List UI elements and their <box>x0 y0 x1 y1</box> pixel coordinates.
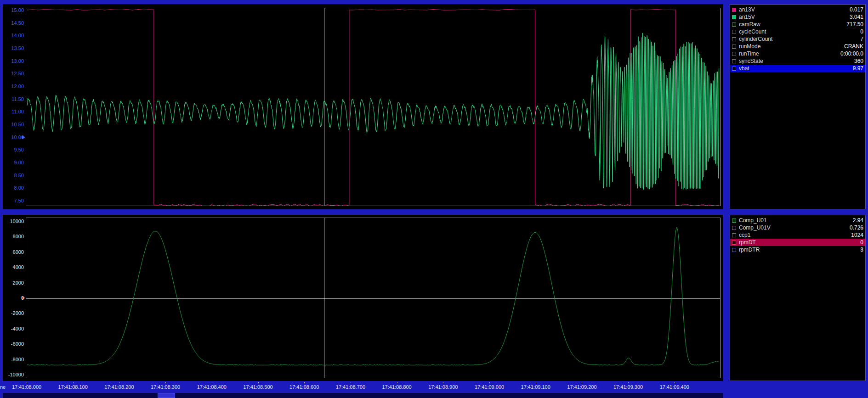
channel-swatch-icon <box>732 67 736 71</box>
channel-label: cylinderCount <box>739 36 860 42</box>
time-axis-label: 17:41:08.200 <box>104 384 134 390</box>
legend-row-an15V[interactable]: an15V3.041 <box>730 13 865 21</box>
top-y-tick-label: 15.00 <box>4 8 24 13</box>
channel-value: 360 <box>854 58 863 64</box>
top-chart-plot-area[interactable] <box>26 8 720 206</box>
top-y-tick-label: 10.00 <box>4 135 24 140</box>
bottom-y-tick-label: 6000 <box>4 249 24 254</box>
channel-label: vbat <box>739 65 853 72</box>
channel-value: 3.041 <box>850 14 863 20</box>
bottom-y-tick-label: -10000 <box>4 372 24 377</box>
time-axis-label: 17:41:08.700 <box>336 384 365 390</box>
legend-row-Comp_U01[interactable]: Comp_U012.94 <box>730 217 865 224</box>
channel-value: 0:00:00.0 <box>840 50 863 57</box>
channel-swatch-icon <box>732 30 736 34</box>
time-axis-tick <box>536 382 536 383</box>
time-axis-corner-label: ne <box>0 384 6 390</box>
top-chart-panel: 15.0014.5014.0013.5013.0012.5012.0011.50… <box>3 4 723 209</box>
channel-value: 0.726 <box>850 224 863 231</box>
bottom-chart-canvas <box>26 218 720 378</box>
legend-panel-top: an13V0.017an15V3.041camRaw717.50cycleCou… <box>730 4 866 209</box>
channel-swatch-icon <box>732 37 736 41</box>
legend-row-ccp1[interactable]: ccp11024 <box>730 231 865 239</box>
channel-value: 9.97 <box>853 65 863 72</box>
time-axis-tick <box>397 382 397 383</box>
channel-swatch-icon <box>732 22 736 27</box>
legend-row-cycleCount[interactable]: cycleCount0 <box>730 28 865 35</box>
time-axis-label: 17:41:08.000 <box>12 384 41 390</box>
legend-row-camRaw[interactable]: camRaw717.50 <box>730 21 865 28</box>
channel-value: 7 <box>860 36 863 42</box>
top-y-tick-label: 9.50 <box>4 147 24 152</box>
bottom-y-tick-label: 8000 <box>4 234 24 239</box>
channel-swatch-icon <box>732 15 736 19</box>
channel-swatch-icon <box>732 52 736 56</box>
time-axis-tick <box>675 382 675 383</box>
channel-swatch-icon <box>732 248 736 252</box>
time-axis-tick <box>119 382 119 383</box>
top-y-tick-label: 7.50 <box>4 198 24 203</box>
time-axis-tick <box>304 382 305 383</box>
bottom-chart-plot-area[interactable] <box>26 218 720 378</box>
time-axis-tick <box>27 382 27 383</box>
channel-label: runTime <box>739 50 840 57</box>
time-axis-label: 17:41:08.600 <box>289 384 319 390</box>
top-y-tick-label: 8.00 <box>4 185 24 191</box>
channel-swatch-icon <box>732 59 736 63</box>
time-axis-label: 17:41:08.900 <box>428 384 458 390</box>
time-axis-label: 17:41:08.800 <box>382 384 411 390</box>
time-axis-tick <box>489 382 490 383</box>
camRaw-trace <box>27 227 719 365</box>
channel-label: rpmDTR <box>739 247 860 253</box>
channel-label: ccp1 <box>739 232 851 238</box>
time-axis-tick <box>165 382 166 383</box>
channel-value: 1024 <box>851 232 863 238</box>
time-axis-tick <box>628 382 629 383</box>
top-y-tick-label: 11.50 <box>4 96 24 101</box>
time-axis-label: 17:41:08.400 <box>197 384 227 390</box>
time-axis-label: 17:41:08.100 <box>58 384 88 390</box>
legend-row-runMode[interactable]: runModeCRANK <box>730 43 865 50</box>
channel-value: 3 <box>860 247 863 253</box>
time-axis-tick <box>212 382 212 383</box>
legend-row-syncState[interactable]: syncState360 <box>730 57 865 65</box>
bottom-y-tick-label: 0 <box>4 296 24 301</box>
top-y-tick-label: 14.50 <box>4 20 24 25</box>
time-axis-tick <box>443 382 443 383</box>
channel-value: 0 <box>860 239 863 246</box>
channel-label: cycleCount <box>739 28 860 35</box>
legend-row-runTime[interactable]: runTime0:00:00.0 <box>730 50 865 57</box>
channel-label: camRaw <box>739 21 846 28</box>
legend-row-rpmDT[interactable]: rpmDT0 <box>730 239 865 246</box>
scrollbar-thumb[interactable] <box>158 393 175 398</box>
time-axis-label: 17:41:09.200 <box>567 384 596 390</box>
time-axis-tick <box>258 382 259 383</box>
channel-swatch-icon <box>732 45 736 49</box>
top-y-tick-label: 13.50 <box>4 45 24 50</box>
channel-label: Comp_U01 <box>739 217 853 224</box>
bottom-y-tick-label: 10000 <box>4 219 24 224</box>
top-y-tick-label: 8.50 <box>4 173 24 178</box>
top-y-tick-label: 14.00 <box>4 33 24 38</box>
bottom-y-tick-label: 2000 <box>4 280 24 285</box>
time-axis-label: 17:41:09.000 <box>475 384 504 390</box>
time-axis: ne 17:41:08.00017:41:08.10017:41:08.2001… <box>3 382 723 392</box>
legend-row-Comp_U01V[interactable]: Comp_U01V0.726 <box>730 224 865 231</box>
legend-row-rpmDTR[interactable]: rpmDTR3 <box>730 246 865 253</box>
channel-value: 0.017 <box>850 6 863 13</box>
channel-value: 0 <box>860 28 863 35</box>
legend-row-cylinderCount[interactable]: cylinderCount7 <box>730 35 865 43</box>
top-y-tick-label: 12.50 <box>4 71 24 76</box>
top-y-tick-label: 10.50 <box>4 122 24 127</box>
bottom-chart-panel: 1000080006000400020000-2000-4000-6000-80… <box>3 215 723 381</box>
top-y-tick-label: 9.00 <box>4 160 24 165</box>
legend-row-vbat[interactable]: vbat9.97 <box>730 65 865 72</box>
channel-label: runMode <box>739 43 844 50</box>
channel-swatch-icon <box>732 233 736 237</box>
bottom-y-tick-label: -4000 <box>4 326 24 331</box>
horizontal-scrollbar[interactable] <box>3 393 723 398</box>
time-axis-tick <box>73 382 74 383</box>
channel-swatch-icon <box>732 8 736 12</box>
scope-app: 15.0014.5014.0013.5013.0012.5012.0011.50… <box>0 0 868 398</box>
legend-row-an13V[interactable]: an13V0.017 <box>730 6 865 13</box>
